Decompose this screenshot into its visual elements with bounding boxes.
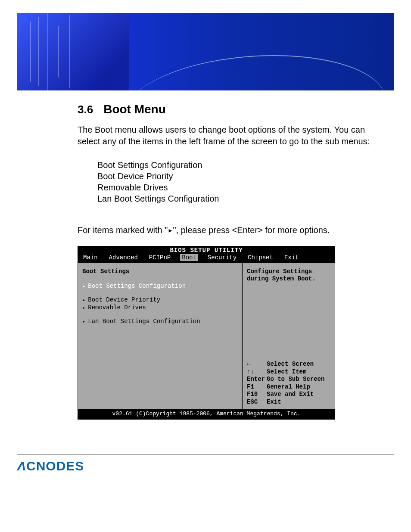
- bios-panel-title: Boot Settings: [82, 268, 237, 275]
- triangle-icon: [82, 283, 85, 289]
- bios-tab-pcipnp[interactable]: PCIPnP: [147, 254, 172, 261]
- bios-screenshot: BIOS SETUP UTILITY Main Advanced PCIPnP …: [78, 246, 335, 420]
- submenu-list: Boot Settings Configuration Boot Device …: [97, 159, 385, 204]
- bios-tab-chipset[interactable]: Chipset: [246, 254, 275, 261]
- section-heading: 3.6 Boot Menu: [78, 103, 385, 116]
- triangle-icon: [82, 318, 85, 325]
- bios-item-boot-settings-configuration[interactable]: Boot Settings Configuration: [82, 283, 237, 289]
- list-item: Boot Device Priority: [97, 171, 385, 182]
- triangle-icon: ▸: [168, 226, 173, 236]
- bios-help-panel: Configure Settings during System Boot. ←…: [243, 263, 335, 409]
- bios-item-boot-device-priority[interactable]: Boot Device Priority: [82, 296, 237, 303]
- page-footer: ΛACNODESCNODES: [0, 454, 411, 486]
- bios-tab-boot[interactable]: Boot: [180, 254, 198, 261]
- header-banner: [17, 13, 394, 90]
- bios-item-lan-boot-settings[interactable]: Lan Boot Settings Configuration: [82, 318, 237, 325]
- bios-key-legend: ←Select Screen ↑↓Select Item EnterGo to …: [247, 361, 331, 406]
- brand-logo: ΛACNODESCNODES: [17, 459, 394, 473]
- intro-paragraph: The Boot menu allows users to change boo…: [78, 124, 385, 147]
- bios-item-removable-drives[interactable]: Removable Drives: [82, 304, 237, 311]
- list-item: Boot Settings Configuration: [97, 159, 385, 171]
- banner-graphic: [17, 13, 129, 90]
- bios-tab-advanced[interactable]: Advanced: [107, 254, 140, 261]
- bios-tab-exit[interactable]: Exit: [283, 254, 301, 261]
- bios-left-panel: Boot Settings Boot Settings Configuratio…: [78, 263, 243, 409]
- bios-tab-security[interactable]: Security: [206, 254, 238, 261]
- note-paragraph: For items marked with "▸", please press …: [78, 225, 385, 236]
- bios-help-line: Configure Settings: [247, 268, 331, 275]
- bios-help-line: during System Boot.: [247, 275, 331, 283]
- section-title: Boot Menu: [103, 103, 166, 116]
- section-number: 3.6: [78, 103, 93, 116]
- bios-footer: v02.61 (C)Copyright 1985-2006, American …: [78, 409, 335, 419]
- list-item: Lan Boot Settings Configuration: [97, 193, 385, 204]
- bios-menubar: Main Advanced PCIPnP Boot Security Chips…: [78, 254, 335, 263]
- list-item: Removable Drives: [97, 182, 385, 193]
- triangle-icon: [82, 304, 85, 311]
- bios-title: BIOS SETUP UTILITY: [78, 246, 335, 254]
- bios-tab-main[interactable]: Main: [81, 254, 100, 261]
- triangle-icon: [82, 296, 85, 303]
